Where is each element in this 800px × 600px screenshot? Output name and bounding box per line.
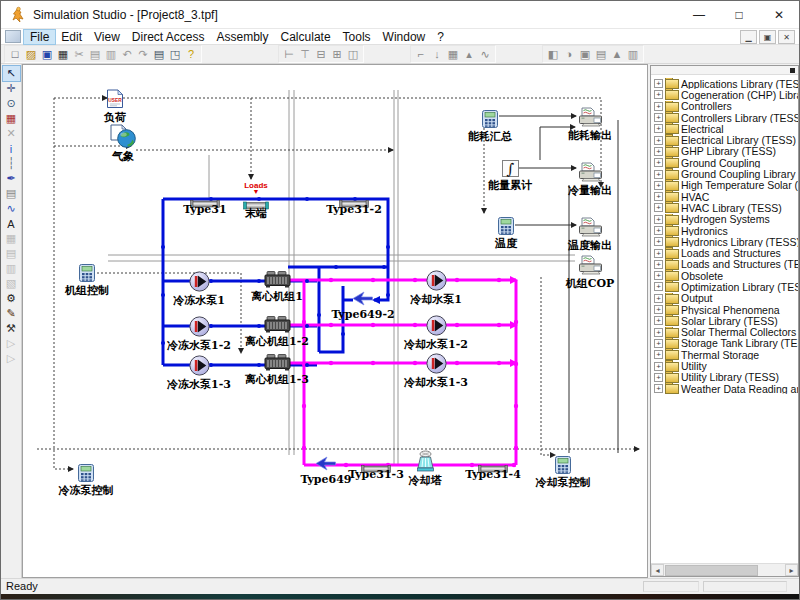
redo-icon[interactable]: ↷ (135, 46, 151, 62)
tree-item-utility[interactable]: +Utility (654, 360, 798, 371)
energy-summary-calc[interactable]: 能耗汇总 (482, 110, 498, 132)
tile-vertical-icon[interactable]: ⊞ (329, 46, 345, 62)
expand-icon[interactable]: + (654, 271, 663, 280)
tree-item-hydronics-library-tess[interactable]: +Hydronics Library (TESS) (654, 236, 798, 247)
delete-tool-icon[interactable]: ✕ (3, 126, 20, 141)
tree-item-ground-coupling[interactable]: +Ground Coupling (654, 157, 798, 168)
save-all-icon[interactable]: ▦ (55, 46, 71, 62)
chilled-water-pump-1-3[interactable]: 冷冻水泵1-3 (189, 355, 210, 380)
tree-item-high-temperature-solar-tess[interactable]: +High Temperature Solar (TESS) (654, 180, 798, 191)
menu-view[interactable]: View (88, 30, 126, 44)
chilled-water-pump-1[interactable]: 冷冻水泵1 (189, 271, 210, 296)
cooling-water-pump-1-3[interactable]: 冷却水泵1-3 (426, 353, 447, 378)
play-tool-2-icon[interactable]: ▷ (3, 351, 20, 366)
tree-item-hvac-library-tess[interactable]: +HVAC Library (TESS) (654, 202, 798, 213)
tree-item-physical-phenomena[interactable]: +Physical Phenomena (654, 304, 798, 315)
link-tool-icon[interactable]: ∿ (3, 201, 20, 216)
help-icon[interactable]: ? (183, 46, 199, 62)
type31-3-pipe[interactable]: Type31-3 (361, 459, 391, 477)
expand-icon[interactable]: + (654, 237, 663, 246)
menu--[interactable]: ? (431, 30, 450, 44)
energy-output-plotter[interactable]: 能耗输出 (578, 107, 603, 131)
save-icon[interactable]: ▣ (39, 46, 55, 62)
centrifugal-chiller-1-2[interactable]: 离心机组1-2 (264, 315, 291, 337)
expand-icon[interactable]: + (654, 316, 663, 325)
expand-icon[interactable]: + (654, 203, 663, 212)
cooling-water-pump-1-2[interactable]: 冷却水泵1-2 (426, 315, 447, 340)
zoom-tool-icon[interactable]: ⊙ (3, 96, 20, 111)
expand-icon[interactable]: + (654, 170, 663, 179)
tree-item-applications-library-tess[interactable]: +Applications Library (TESS) (654, 78, 798, 89)
tree-panel-close-icon[interactable] (790, 68, 795, 73)
parameter-tool-icon[interactable]: ✒ (3, 171, 20, 186)
close-button[interactable]: ✕ (759, 1, 799, 29)
mdi-minimize-button[interactable]: ▁ (740, 30, 757, 44)
menu-tools[interactable]: Tools (337, 30, 377, 44)
pin-icon[interactable]: ▴ (461, 46, 477, 62)
pen-tool-icon[interactable]: ✎ (3, 306, 20, 321)
expand-icon[interactable]: + (654, 362, 663, 371)
type31-4-pipe[interactable]: Type31-4 (478, 459, 508, 477)
cooling-water-pump-1[interactable]: 冷却水泵1 (426, 270, 447, 295)
tile-horizontal-icon[interactable]: ⊟ (313, 46, 329, 62)
expand-icon[interactable]: + (654, 294, 663, 303)
expand-icon[interactable]: + (654, 136, 663, 145)
expand-icon[interactable]: + (654, 305, 663, 314)
expand-icon[interactable]: + (654, 350, 663, 359)
cooling-pump-control-calc[interactable]: 冷却泵控制 (555, 456, 571, 478)
tree-item-controllers-library-tess[interactable]: +Controllers Library (TESS) (654, 112, 798, 123)
tree-item-ground-coupling-library-tess[interactable]: +Ground Coupling Library (TESS) (654, 168, 798, 179)
new-file-icon[interactable]: □ (7, 46, 23, 62)
grid-view-icon[interactable]: ▦ (445, 46, 461, 62)
output-manager-icon[interactable]: ▤ (593, 46, 609, 62)
energy-integrator[interactable]: ∫能量累计 (502, 160, 519, 181)
proforma-icon[interactable]: ◧ (545, 46, 561, 62)
paste-icon[interactable]: ▥ (103, 46, 119, 62)
log-icon[interactable]: ▥ (625, 46, 641, 62)
rotate-icon[interactable]: ◑ (561, 46, 577, 62)
menu-calculate[interactable]: Calculate (275, 30, 337, 44)
tree-item-utility-library-tess[interactable]: +Utility Library (TESS) (654, 372, 798, 383)
expand-icon[interactable]: + (654, 124, 663, 133)
tree-item-ghp-library-tess[interactable]: +GHP Library (TESS) (654, 146, 798, 157)
unit-control-calc[interactable]: 机组控制 (79, 264, 95, 286)
align-horizontal-icon[interactable]: ⊢ (281, 46, 297, 62)
scroll-thumb[interactable] (665, 565, 758, 576)
temperature-output-plotter[interactable]: 温度输出 (578, 217, 603, 241)
expand-icon[interactable]: + (654, 282, 663, 291)
expand-icon[interactable]: + (654, 373, 663, 382)
expand-icon[interactable]: + (654, 147, 663, 156)
frames-tool-icon[interactable]: ▤ (3, 246, 20, 261)
tree-item-hvac[interactable]: +HVAC (654, 191, 798, 202)
minimize-button[interactable]: — (679, 1, 719, 29)
type31-pipe[interactable]: Type31 (190, 194, 220, 212)
probe-tool-icon[interactable]: ┆ (3, 156, 20, 171)
tree-item-thermal-storage[interactable]: +Thermal Storage (654, 349, 798, 360)
export-tool-icon[interactable]: ▧ (3, 276, 20, 291)
tree-item-loads-and-structures[interactable]: +Loads and Structures (654, 247, 798, 258)
expand-icon[interactable]: + (654, 158, 663, 167)
tree-item-loads-and-structures-tess[interactable]: +Loads and Structures (TESS) (654, 259, 798, 270)
tree-item-output[interactable]: +Output (654, 293, 798, 304)
menu-direct-access[interactable]: Direct Access (126, 30, 211, 44)
tree-item-solar-thermal-collectors[interactable]: +Solar Thermal Collectors (654, 327, 798, 338)
tree-item-cogeneration-chp-library-tess[interactable]: +Cogeneration (CHP) Library (TESS) (654, 89, 798, 100)
cooling-tower[interactable]: 冷却塔 (416, 450, 435, 476)
menu-file[interactable]: File (24, 30, 55, 44)
print-preview-icon[interactable]: ◳ (167, 46, 183, 62)
document-icon[interactable] (5, 30, 21, 43)
assembly-tree-icon[interactable]: ⌐ (413, 46, 429, 62)
expand-icon[interactable]: + (654, 226, 663, 235)
maximize-button[interactable]: □ (719, 1, 759, 29)
centrifugal-chiller-1-3[interactable]: 离心机组1-3 (264, 353, 291, 375)
cut-icon[interactable]: ✂ (71, 46, 87, 62)
expand-icon[interactable]: + (654, 328, 663, 337)
mdi-restore-button[interactable]: ▣ (759, 30, 776, 44)
tree-item-electrical[interactable]: +Electrical (654, 123, 798, 134)
load-data[interactable]: USER负荷 (106, 89, 124, 113)
expand-icon[interactable]: + (654, 79, 663, 88)
cascade-windows-icon[interactable]: ◫ (345, 46, 361, 62)
diagram-canvas[interactable]: USER负荷气象Type31Loads▼末端Type31-2冷冻水泵1离心机组1… (22, 64, 648, 578)
settings-tool-icon[interactable]: ⚙ (3, 291, 20, 306)
trace-icon[interactable]: ∿ (477, 46, 493, 62)
